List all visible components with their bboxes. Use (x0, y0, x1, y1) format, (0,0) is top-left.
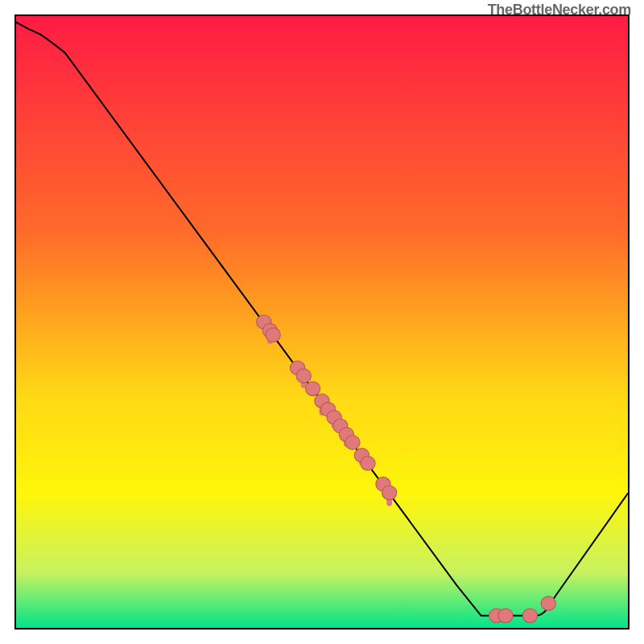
data-point (361, 456, 375, 470)
data-point (382, 485, 396, 499)
data-point (305, 382, 320, 395)
gradient-background (16, 16, 628, 628)
data-point (522, 609, 537, 622)
data-point (345, 436, 360, 449)
bottleneck-chart (16, 16, 628, 628)
data-point (498, 609, 513, 622)
data-point (541, 597, 555, 610)
data-point (266, 328, 280, 341)
data-point (296, 369, 311, 382)
chart-frame: TheBottleNecker.com (14, 14, 630, 630)
